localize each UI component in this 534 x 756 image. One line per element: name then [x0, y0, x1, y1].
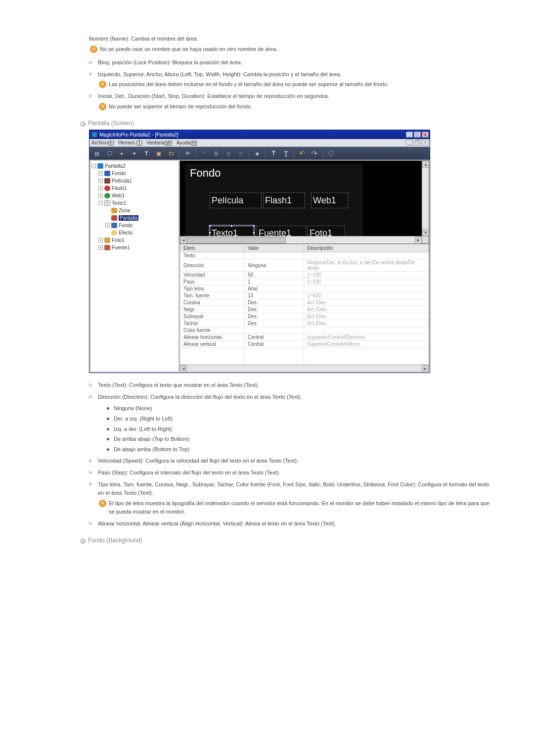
tool-text-icon[interactable]: T — [141, 148, 152, 158]
tree-expand-icon[interactable]: + — [105, 223, 110, 228]
menu-tools[interactable]: Herram.(T) — [118, 140, 142, 145]
bg2-icon — [111, 223, 117, 228]
tool-monitor-icon[interactable]: 🖵 — [104, 148, 115, 158]
lockpos-line: Bloq. posición (Lock Position): Bloquea … — [89, 58, 490, 67]
tree-web1[interactable]: Web1 — [112, 193, 125, 198]
tool-redo-icon[interactable]: ↷ — [309, 148, 320, 158]
scroll-left-arrow-icon[interactable]: ◄ — [180, 365, 187, 372]
scroll-right-arrow-icon[interactable]: ► — [415, 236, 422, 244]
ltwh-note: Las posiciones del área deben incluirse … — [98, 80, 490, 89]
tree-expand-icon[interactable]: + — [98, 238, 103, 242]
tree-pelicula1[interactable]: Película1 — [112, 178, 132, 184]
tree-fondo2[interactable]: Fondo — [119, 223, 133, 228]
scroll-left-arrow-icon[interactable]: ◄ — [180, 236, 187, 244]
tree-foto1[interactable]: Foto1 — [112, 237, 125, 243]
canvas-v-scrollbar[interactable]: ▲ ▼ — [422, 161, 429, 236]
tree-pantalla[interactable]: Pantalla — [119, 215, 138, 221]
tool-align3-icon[interactable]: ⎌ — [223, 148, 234, 158]
tree-fondo[interactable]: Fondo — [112, 171, 126, 176]
tree-expand-icon[interactable]: + — [98, 186, 103, 190]
tree-root[interactable]: Pantalla2 — [105, 163, 126, 169]
movie-icon — [104, 178, 110, 184]
section-screen: Pantalla (Screen) — [80, 120, 490, 127]
tool-new-icon[interactable]: ▤ — [91, 148, 102, 158]
tool-globe-icon[interactable]: ● — [116, 148, 127, 158]
tool-folder-icon[interactable]: 🗀 — [166, 148, 177, 158]
menu-help[interactable]: Ayuda(H) — [177, 140, 197, 145]
effect-icon — [111, 230, 117, 236]
li-font: Tipo letra, Tam. fuente, Cursiva, Negr.,… — [89, 480, 490, 517]
tree-flash1[interactable]: Flash1 — [112, 186, 127, 191]
tool-image-icon[interactable]: ▣ — [153, 148, 164, 158]
slot-pelicula[interactable]: Película — [210, 192, 262, 208]
properties-body: Texto DirecciónNingunaNinguna/Der. a izq… — [180, 252, 429, 365]
mdi-minimize-button[interactable]: _ — [406, 140, 413, 145]
app-screenshot: MagicInfoPro Pantalla2 - [Pantalla2] _ □… — [89, 130, 430, 373]
canvas-h-scrollbar[interactable]: ◄ ► — [180, 236, 422, 243]
li-direccion: Dirección (Direction): Configura la dire… — [89, 393, 490, 454]
props-h-scrollbar[interactable]: ◄ ► — [180, 365, 429, 372]
photo-icon — [104, 237, 110, 243]
zone-icon — [111, 208, 117, 213]
tool-align1-icon[interactable]: ⎖ — [198, 148, 209, 158]
tool-star-icon[interactable]: ✦ — [129, 148, 139, 158]
tree-collapse-icon[interactable]: − — [98, 201, 103, 205]
screen-area-icon — [111, 215, 117, 221]
col-elem[interactable]: Elem. — [180, 244, 245, 252]
ltwh-line: Izquierdo, Superior, Ancho, Altura (Left… — [89, 70, 490, 89]
canvas-area[interactable]: Fondo Película Flash1 Web1 Texto1 — [179, 160, 429, 244]
maximize-button[interactable]: □ — [414, 132, 421, 138]
scroll-right-arrow-icon[interactable]: ► — [422, 365, 429, 372]
close-button[interactable]: × — [422, 132, 429, 138]
mdi-close-button[interactable]: × — [422, 140, 429, 145]
tool-diamond-icon[interactable]: ◈ — [252, 148, 263, 158]
tree-expand-icon[interactable]: + — [98, 193, 103, 198]
name-line: Nombre (Name): Cambia el nombre del área… — [89, 35, 490, 44]
properties-table: Elem. Valor Descripción Texto DirecciónN… — [180, 244, 429, 365]
tree-efecto[interactable]: Efecto — [119, 230, 133, 236]
properties-panel: Elem. Valor Descripción Texto DirecciónN… — [179, 244, 429, 372]
app-icon — [91, 132, 97, 138]
scroll-down-arrow-icon[interactable]: ▼ — [422, 229, 429, 236]
tree-texto1[interactable]: Texto1 — [112, 200, 126, 206]
section-background: Fondo (Background) — [80, 537, 490, 544]
tree-expand-icon[interactable]: + — [98, 179, 103, 183]
li-velocidad: Velocidad (Speed): Configura la velocida… — [89, 457, 490, 466]
window-title: MagicInfoPro Pantalla2 - [Pantalla2] — [99, 132, 405, 138]
scroll-up-arrow-icon[interactable]: ▲ — [422, 161, 429, 168]
slot-flash1[interactable]: Flash1 — [263, 192, 305, 208]
col-valor[interactable]: Valor — [245, 244, 304, 252]
flash-icon — [104, 186, 110, 191]
titlebar[interactable]: MagicInfoPro Pantalla2 - [Pantalla2] _ □… — [89, 130, 430, 139]
name-note: No se puede usar un nombre que se haya u… — [89, 45, 490, 54]
tool-layer-up-icon[interactable]: T̂ — [268, 148, 279, 158]
opt-ninguna: Ninguna (None) — [107, 404, 490, 413]
tool-eye-icon[interactable]: 👁 — [182, 148, 193, 158]
slot-web1[interactable]: Web1 — [311, 192, 348, 208]
mdi-restore-button[interactable]: ❐ — [414, 140, 421, 145]
opt-rtl: Der. a izq. (Right to Left) — [107, 415, 490, 424]
tool-undo-icon[interactable]: ↶ — [297, 148, 308, 158]
text-icon: T — [104, 200, 110, 206]
tree-expand-icon[interactable]: + — [98, 171, 103, 176]
opt-ttb: De arriba abajo (Top to Bottom) — [107, 435, 490, 444]
scroll-thumb[interactable] — [187, 237, 286, 243]
minimize-button[interactable]: _ — [406, 132, 413, 138]
col-desc[interactable]: Descripción — [304, 244, 429, 252]
tool-align4-icon[interactable]: ⎍ — [235, 148, 246, 158]
tool-info-icon[interactable]: ⓘ — [325, 148, 336, 158]
tree-expand-icon[interactable]: + — [98, 245, 103, 250]
tool-align2-icon[interactable]: ⎘ — [211, 148, 222, 158]
tree-fuente1[interactable]: Fuente1 — [112, 245, 130, 250]
opt-btt: De abajo arriba (Bottom to Top) — [107, 445, 490, 454]
tree-panel: −Pantalla2 +Fondo +Película1 +Flash1 +We… — [90, 160, 179, 372]
web-icon — [104, 193, 110, 198]
li-font-note: El tipo de letra muestra la tipografía d… — [98, 499, 490, 517]
menu-file[interactable]: Archivo(F) — [91, 140, 114, 145]
tree-collapse-icon[interactable]: − — [91, 164, 96, 168]
canvas-bg-label: Fondo — [190, 167, 221, 180]
li-texto: Texto (Text): Configura el texto que mos… — [89, 381, 490, 390]
tree-zona[interactable]: Zona — [119, 208, 130, 213]
tool-layer-down-icon[interactable]: T̬ — [280, 148, 291, 158]
menu-window[interactable]: Ventana(W) — [146, 140, 173, 145]
